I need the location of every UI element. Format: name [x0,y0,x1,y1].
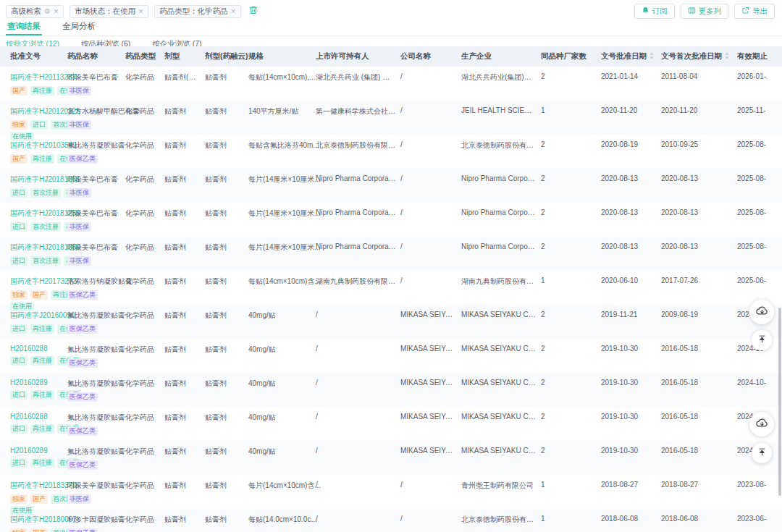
tab-query-results[interactable]: 查询结果 [6,20,42,35]
approval-no-link[interactable]: H20160288 [10,413,63,421]
cell-approval-no: 国药准字H20103549国产再注册在使用 [0,135,67,169]
cell-dosage-form: 贴膏剂 [164,509,205,532]
cell-spec: 40mg/贴 [248,305,311,339]
approval-no-link[interactable]: 国药准字HJ20120225 [10,106,63,117]
cell-dosage-form: 贴膏剂 [164,305,205,339]
table-row: 国药准字H20113287国产再注册在使用吲哚美辛巴布膏非医保化学药品贴膏剂(凝… [0,67,782,101]
download-report-button[interactable] [749,300,774,324]
cell-drug-name: 洛索洛芬钠凝胶贴膏医保乙类 [67,271,125,305]
column-header: 公司名称 [400,51,461,62]
cell-dosage-form-yry: 贴膏剂 [205,169,248,203]
cell-first-approval-date: 2016-05-18 [661,441,737,475]
more-columns-button[interactable]: 更多列 [681,4,729,19]
chip-close-icon[interactable]: × [54,7,59,16]
approval-no-link[interactable]: H20160289 [10,447,63,455]
sort-caret-icon[interactable] [649,52,655,61]
status-tag: 再注册 [30,458,54,468]
cell-manufacturer-count: 2 [541,339,601,373]
cell-valid-until: 2024-10- [737,373,782,407]
export-label: 导出 [752,7,768,17]
cell-approval-date: 2020-08-13 [601,203,661,237]
approval-no-link[interactable]: 国药准字H20173272 [10,276,63,287]
column-header: 批准文号 [0,51,67,62]
insurance-tag: 医保乙类 [67,324,98,334]
column-header[interactable]: 文号批准日期 [601,51,661,62]
cell-approval-date: 2020-06-10 [601,271,661,305]
filter-chip[interactable]: 高级检索⚙× [6,5,64,18]
insurance-tag: 医保乙类 [67,392,98,402]
cell-dosage-form: 贴膏剂 [164,135,205,169]
vertical-scrollbar[interactable] [778,308,781,496]
cell-spec: 每贴(14.0cm×10.0c... [248,509,311,532]
status-tag: 首次注册 [30,188,61,198]
cell-spec: 140平方厘米/贴 [248,101,311,135]
cell-spec: 每片(14厘米×10厘米... [248,169,311,203]
status-tag: 再注册 [30,356,54,366]
status-tag: 再注册 [30,154,54,164]
status-tag: 独家 [10,120,28,130]
cell-manufacturer: MIKASA SEIYAKU CO.,LTD K... [461,407,541,441]
approval-no-link[interactable]: 国药准字H20103549 [10,140,63,151]
filter-chip[interactable]: 市场状态：在使用× [70,5,148,18]
cell-drug-name: 吲哚美辛巴布膏非医保 [67,203,125,237]
download-report-button[interactable] [749,412,774,436]
approval-no-link[interactable]: H20160288 [10,345,63,352]
cell-license-holder: / [311,407,400,441]
cell-approval-date: 2019-10-30 [601,339,661,373]
cell-approval-date: 2020-08-13 [601,237,661,271]
chip-close-icon[interactable]: × [138,7,143,16]
cell-approval-date: 2020-11-20 [601,101,661,135]
cell-spec: 40mg/贴 [248,373,311,407]
approval-no-link[interactable]: 国药准字H20180007 [10,515,63,525]
cell-company-name: MIKASA SEIYAKU C... [400,339,461,373]
more-columns-label: 更多列 [699,7,722,17]
table-row: 国药准字H20183370独家国产首次注册在使用吲哚美辛凝胶贴膏非医保化学药品贴… [0,475,782,509]
cell-approval-date: 2018-08-27 [601,475,661,509]
sort-caret-icon[interactable] [724,52,730,61]
export-button[interactable]: 导出 [734,4,775,19]
cell-dosage-form-yry: 贴膏剂 [205,441,248,475]
cell-dosage-form: 贴膏剂 [164,373,205,407]
cell-manufacturer: Nipro Pharma Corporation S... [461,169,541,203]
cell-spec: 每贴(14cm×10cm),... [248,67,311,101]
insurance-tag: 非医保 [67,256,91,266]
clear-filters-button[interactable] [248,5,258,17]
cell-drug-type: 化学药品 [125,169,164,203]
approval-no-link[interactable]: H20160289 [10,379,63,387]
cell-dosage-form: 贴膏剂 [164,101,205,135]
back-to-top-icon [757,447,768,460]
cell-company-name: / [400,509,461,532]
tab-global-analysis[interactable]: 全局分析 [61,20,97,35]
subscribe-button[interactable]: 订阅 [634,4,675,19]
cell-manufacturer-count: 2 [541,305,601,339]
cell-first-approval-date: 2009-08-19 [661,305,737,339]
cell-manufacturer: MIKASA SEIYAKU CO.,LTD K... [461,305,541,339]
cell-company-name: MIKASA SEIYAKU C... [400,441,461,475]
cell-manufacturer-count: 1 [541,101,601,135]
cell-approval-no: 国药准字HJ20181061进口首次注册在使用 [0,169,67,203]
drug-name-text: 吲哚美辛巴布膏 [67,208,121,219]
chip-close-icon[interactable]: × [231,7,236,16]
cell-first-approval-date: 2010-09-25 [661,135,737,169]
back-to-top-icon [757,334,768,347]
column-header[interactable]: 文号首次批准日期 [661,51,737,62]
back-to-top-button[interactable] [752,330,772,350]
cell-dosage-form-yry: 贴膏剂 [205,475,248,509]
approval-no-link[interactable]: 国药准字HJ20181060 [10,242,63,253]
cell-drug-type: 化学药品 [125,67,164,101]
back-to-top-button[interactable] [752,443,772,463]
cell-spec: 每片(14厘米×10厘米... [248,237,311,271]
status-tag: 国产 [30,290,48,300]
cell-license-holder: 湖南九典制药股份有限公司 [311,271,400,305]
cell-manufacturer: MIKASA SEIYAKU CO.,LTD K... [461,339,541,373]
filter-chip[interactable]: 药品类型：化学药品× [154,5,241,18]
approval-no-link[interactable]: 国药准字HJ20181061 [10,174,63,185]
approval-no-link[interactable]: 国药准字H20183370 [10,481,63,491]
status-tag: 再注册 [30,390,54,400]
approval-no-link[interactable]: 国药准字J20160090 [10,311,63,321]
table-row: 国药准字HJ20120225独家进口首次注册在使用复方水杨酸甲酯巴布膏非医保化学… [0,101,782,135]
cell-approval-no: H20160288进口再注册在使用 [0,339,67,373]
approval-no-link[interactable]: 国药准字HJ20181259 [10,208,63,219]
approval-no-link[interactable]: 国药准字H20113287 [10,72,63,83]
cell-dosage-form-yry: 贴膏剂 [205,339,248,373]
